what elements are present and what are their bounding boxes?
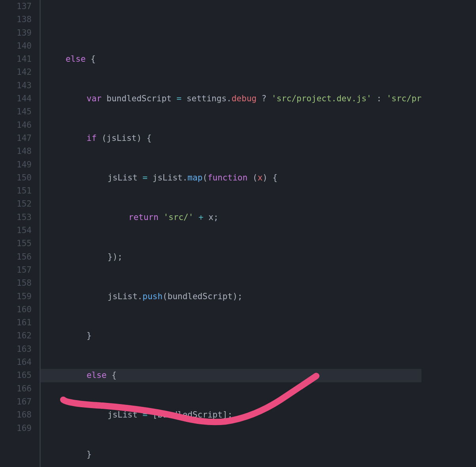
code-line[interactable]: var bundledScript = settings.debug ? 'sr… — [40, 92, 421, 105]
line-number: 138 — [0, 13, 32, 26]
line-number: 168 — [0, 408, 32, 421]
line-number: 167 — [0, 395, 32, 408]
code-line[interactable]: }); — [40, 251, 421, 264]
line-number: 151 — [0, 184, 32, 197]
line-number: 165 — [0, 369, 32, 382]
line-number: 157 — [0, 264, 32, 277]
code-line[interactable]: jsList = [bundledScript]; — [40, 408, 421, 421]
line-number: 161 — [0, 316, 32, 329]
line-number: 166 — [0, 382, 32, 395]
line-number: 141 — [0, 53, 32, 66]
line-number: 162 — [0, 329, 32, 342]
line-number: 148 — [0, 145, 32, 158]
line-number: 153 — [0, 211, 32, 224]
line-number: 150 — [0, 171, 32, 184]
code-line[interactable]: jsList = jsList.map(function (x) { — [40, 171, 421, 184]
line-number: 143 — [0, 79, 32, 92]
code-line[interactable]: return 'src/' + x; — [40, 211, 421, 224]
code-line[interactable]: } — [40, 329, 421, 342]
line-number-gutter: 1371381391401411421431441451461471481491… — [0, 0, 40, 467]
line-number: 140 — [0, 40, 32, 53]
line-number: 158 — [0, 277, 32, 290]
code-line[interactable]: else { — [40, 369, 421, 382]
line-number: 142 — [0, 66, 32, 79]
line-number: 154 — [0, 224, 32, 237]
line-number: 169 — [0, 422, 32, 435]
line-number: 147 — [0, 132, 32, 145]
line-number: 145 — [0, 105, 32, 118]
line-number: 152 — [0, 197, 32, 211]
code-area[interactable]: else { var bundledScript = settings.debu… — [40, 0, 421, 467]
line-number: 155 — [0, 237, 32, 250]
line-number: 160 — [0, 303, 32, 316]
line-number: 159 — [0, 290, 32, 303]
line-number: 164 — [0, 356, 32, 369]
line-number: 163 — [0, 343, 32, 356]
code-editor[interactable]: 1371381391401411421431441451461471481491… — [0, 0, 476, 467]
line-number: 156 — [0, 251, 32, 264]
code-line[interactable]: jsList.push(bundledScript); — [40, 290, 421, 303]
line-number: 139 — [0, 27, 32, 40]
line-number: 146 — [0, 119, 32, 132]
code-line[interactable]: if (jsList) { — [40, 132, 421, 145]
line-number: 137 — [0, 0, 32, 13]
line-number: 149 — [0, 158, 32, 171]
code-line[interactable]: } — [40, 448, 421, 461]
code-line[interactable]: else { — [40, 53, 421, 66]
line-number: 144 — [0, 92, 32, 105]
